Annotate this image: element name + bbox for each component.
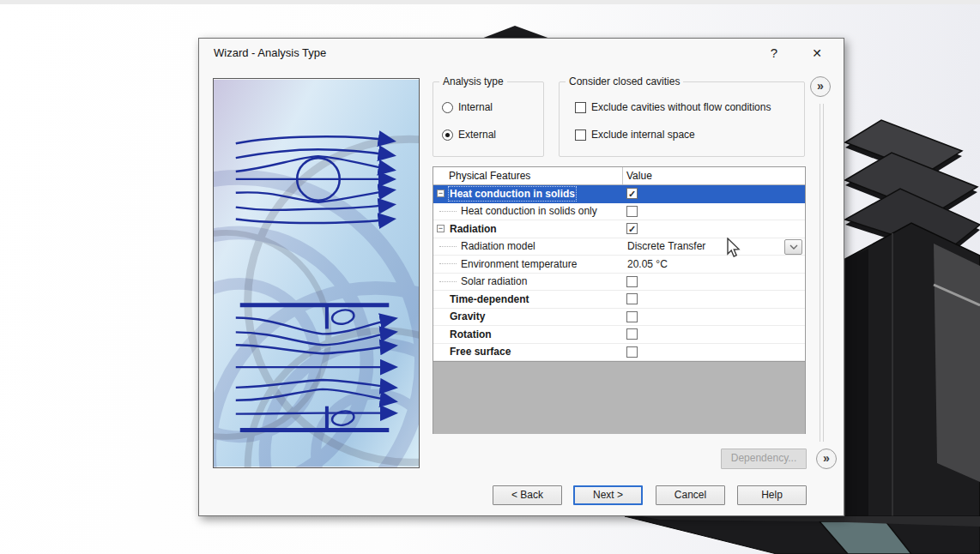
chevron-down-icon (789, 244, 798, 250)
analysis-type-caption: Analysis type (439, 75, 507, 87)
radio-external[interactable]: External (442, 129, 496, 141)
column-header-features: Physical Features (433, 167, 622, 184)
feature-row[interactable]: Rotation (433, 326, 805, 344)
feature-label: Rotation (450, 328, 492, 340)
feature-label: Radiation (450, 223, 497, 235)
dialog-title: Wizard - Analysis Type (214, 46, 326, 59)
feature-checkbox-unchecked[interactable] (626, 276, 638, 287)
column-header-value: Value (622, 167, 652, 184)
feature-checkbox-unchecked[interactable] (626, 328, 638, 340)
feature-row[interactable]: Gravity (433, 309, 805, 327)
feature-label-cell: −Heat conduction in solids (433, 185, 622, 202)
feature-row[interactable]: Environment temperature20.05 °C (433, 256, 805, 274)
feature-label-cell: Heat conduction in solids only (433, 203, 622, 220)
feature-value-cell: 20.05 °C (622, 256, 805, 273)
description-pane (433, 361, 805, 434)
feature-value-cell (622, 344, 805, 361)
feature-row[interactable]: Time-dependent (433, 291, 805, 309)
feature-value-cell (622, 274, 805, 291)
feature-checkbox-unchecked[interactable] (626, 293, 638, 304)
exclude-internal-space-label: Exclude internal space (591, 129, 695, 141)
feature-checkbox-checked[interactable]: ✓ (626, 223, 638, 234)
next-button[interactable]: Next > (573, 485, 643, 505)
feature-label-cell: Free surface (433, 344, 622, 361)
feature-value-cell: ✓ (622, 185, 805, 202)
feature-row[interactable]: Heat conduction in solids only (433, 203, 805, 221)
close-icon[interactable]: ✕ (806, 43, 828, 63)
dialog-titlebar[interactable]: Wizard - Analysis Type ? ✕ (199, 39, 844, 68)
exclude-cavities-label: Exclude cavities without flow conditions (591, 101, 771, 113)
tree-line (439, 263, 457, 264)
radio-external-label: External (458, 129, 496, 141)
closed-cavities-group: Consider closed cavities Exclude cavitie… (559, 81, 805, 157)
table-header: Physical Features Value (433, 167, 805, 185)
feature-value-cell: Discrete Transfer (622, 238, 805, 256)
tree-line (439, 211, 457, 212)
radio-internal-icon[interactable] (442, 102, 453, 113)
cancel-button[interactable]: Cancel (656, 485, 725, 505)
help-icon[interactable]: ? (763, 43, 785, 63)
feature-label: Solar radiation (461, 275, 527, 287)
feature-label: Environment temperature (461, 258, 577, 270)
feature-label-cell: Time-dependent (433, 291, 622, 308)
wizard-dialog: Wizard - Analysis Type ? ✕ (198, 38, 844, 516)
dropdown-selected-value: Discrete Transfer (627, 240, 705, 252)
feature-label-cell: −Radiation (433, 220, 622, 238)
dependency-button[interactable]: Dependency... (721, 449, 807, 469)
feature-row[interactable]: Radiation modelDiscrete Transfer (433, 238, 805, 256)
feature-label-cell: Rotation (433, 326, 622, 343)
dropdown-arrow-button[interactable] (784, 239, 802, 255)
feature-checkbox-unchecked[interactable] (626, 311, 638, 322)
feature-value-cell: ✓ (622, 220, 805, 238)
panel-splitter[interactable] (820, 104, 824, 442)
feature-value-cell (622, 203, 805, 220)
collapse-minus-icon[interactable]: − (437, 190, 445, 197)
help-button[interactable]: Help (737, 485, 807, 505)
feature-row[interactable]: −Heat conduction in solids✓ (433, 185, 805, 203)
feature-label-cell: Environment temperature (433, 256, 622, 273)
checkbox-exclude-internal-space[interactable]: Exclude internal space (575, 129, 695, 141)
exclude-cavities-checkbox-icon[interactable] (575, 102, 586, 113)
feature-value-cell (622, 326, 805, 343)
feature-value-cell (622, 309, 805, 326)
expand-panel-bottom-icon[interactable]: » (816, 449, 837, 469)
checkbox-exclude-cavities[interactable]: Exclude cavities without flow conditions (575, 101, 771, 113)
feature-checkbox-checked[interactable]: ✓ (626, 188, 638, 199)
feature-value-cell (622, 291, 805, 308)
radio-internal[interactable]: Internal (442, 101, 493, 113)
feature-row[interactable]: −Radiation✓ (433, 220, 805, 238)
features-table-rows: −Heat conduction in solids✓Heat conducti… (433, 185, 805, 361)
feature-label: Gravity (450, 310, 485, 322)
closed-cavities-caption: Consider closed cavities (566, 75, 683, 87)
mouse-cursor-icon (726, 238, 741, 258)
flow-illustration (213, 78, 420, 468)
back-button[interactable]: < Back (493, 485, 562, 505)
feature-checkbox-unchecked[interactable] (626, 206, 638, 217)
feature-label-cell: Gravity (433, 309, 622, 326)
feature-row[interactable]: Free surface (433, 344, 805, 362)
radio-external-icon[interactable] (442, 129, 453, 141)
collapse-minus-icon[interactable]: − (437, 225, 445, 232)
tree-line (439, 246, 457, 247)
tree-line (439, 281, 457, 282)
exclude-internal-space-checkbox-icon[interactable] (575, 129, 586, 141)
feature-label-cell: Radiation model (433, 238, 622, 256)
feature-label-cell: Solar radiation (433, 274, 622, 291)
feature-label: Heat conduction in solids (450, 188, 575, 200)
feature-label: Heat conduction in solids only (461, 205, 597, 217)
feature-label: Radiation model (461, 240, 535, 252)
feature-label: Free surface (450, 346, 511, 358)
expand-panel-top-icon[interactable]: » (810, 76, 831, 97)
value-text: 20.05 °C (627, 258, 668, 270)
analysis-type-group: Analysis type Internal External (433, 81, 544, 157)
physical-features-table: Physical Features Value −Heat conduction… (433, 166, 806, 434)
feature-checkbox-unchecked[interactable] (626, 346, 638, 358)
feature-row[interactable]: Solar radiation (433, 274, 805, 292)
feature-label: Time-dependent (450, 293, 529, 305)
table-body-area: Physical Features Value −Heat conduction… (433, 167, 805, 361)
radio-internal-label: Internal (458, 101, 493, 113)
